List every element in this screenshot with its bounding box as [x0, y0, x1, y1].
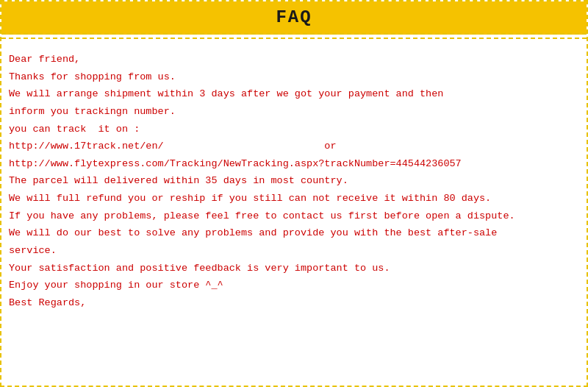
content-line: We will full refund you or reship if you… [9, 190, 579, 207]
content-line: We will arrange shipment within 3 days a… [9, 85, 579, 103]
page-wrapper: FAQ Dear friend,Thanks for shopping from… [0, 0, 588, 387]
content-line: you can track it on : [9, 121, 579, 138]
content-line: service. [9, 242, 579, 260]
content-line: http://www.flytexpress.com/Tracking/NewT… [9, 155, 579, 173]
header-bar: FAQ [1, 1, 587, 35]
content-line: We will do our best to solve any problem… [9, 224, 579, 242]
content-line: Dear friend, [9, 51, 579, 68]
content-line: Enjoy your shopping in our store ^_^ [9, 277, 579, 294]
content-line: Best Regards, [9, 294, 579, 312]
content-line: If you have any problems, please feel fr… [9, 207, 579, 225]
content-line: inform you trackingn number. [9, 103, 579, 121]
dashed-divider [1, 38, 587, 39]
content-line: Thanks for shopping from us. [9, 68, 579, 86]
content-line: Your satisfaction and positive feedback … [9, 260, 579, 277]
faq-title: FAQ [276, 7, 312, 27]
content-line: The parcel will delivered within 35 days… [9, 172, 579, 190]
content-area: Dear friend,Thanks for shopping from us.… [1, 42, 587, 319]
content-line: http://www.17track.net/en/ or [9, 138, 579, 155]
